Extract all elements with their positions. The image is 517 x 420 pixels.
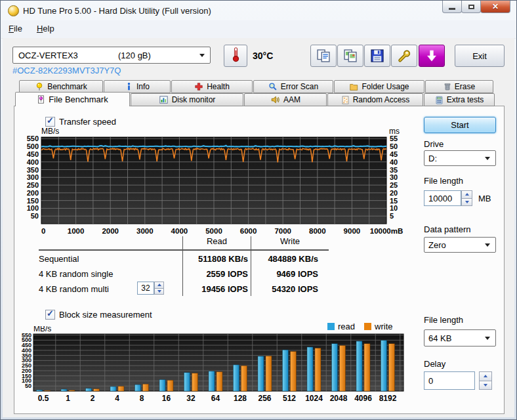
- block-size-checkbox[interactable]: [45, 310, 55, 320]
- svg-text:MB/s: MB/s: [41, 127, 59, 136]
- svg-text:350: 350: [27, 166, 39, 174]
- file-length-input[interactable]: 10000: [424, 190, 461, 206]
- data-pattern-label: Data pattern: [424, 224, 471, 234]
- svg-text:100: 100: [27, 204, 39, 212]
- svg-text:50: 50: [31, 212, 39, 220]
- svg-text:32: 32: [186, 394, 196, 403]
- read-value: 2559 IOPS: [182, 266, 251, 281]
- tab-erase[interactable]: Erase: [425, 80, 493, 93]
- svg-text:55: 55: [390, 135, 398, 142]
- tab-file-benchmark[interactable]: File Benchmark: [15, 92, 130, 106]
- svg-text:2000: 2000: [102, 227, 119, 235]
- thermometer-icon: [231, 47, 241, 65]
- svg-text:9000: 9000: [344, 227, 361, 235]
- block-file-length-select[interactable]: 64 KB: [424, 329, 496, 346]
- copy-image-button[interactable]: [337, 45, 363, 67]
- tab-row-1: BenchmarkInfoHealthError ScanFolder Usag…: [19, 80, 494, 93]
- file-length-unit: MB: [478, 194, 491, 203]
- tab-label: File Benchmark: [49, 94, 108, 104]
- threads-down-button[interactable]: [154, 289, 164, 295]
- chevron-down-icon: [199, 54, 205, 57]
- app-window: HD Tune Pro 5.00 - Hard Disk Utility (Fu…: [0, 0, 517, 420]
- menu-bar: FileHelp: [1, 20, 516, 39]
- menu-file[interactable]: File: [1, 20, 30, 33]
- options-button[interactable]: [391, 45, 417, 67]
- tab-info[interactable]: Info: [104, 80, 171, 93]
- svg-text:450: 450: [27, 150, 39, 158]
- tab-benchmark[interactable]: Benchmark: [19, 80, 103, 93]
- tab-label: AAM: [283, 95, 300, 104]
- arrow-down-icon: [157, 290, 161, 293]
- svg-text:2048: 2048: [330, 394, 348, 403]
- svg-text:2: 2: [91, 394, 95, 403]
- transfer-speed-checkbox[interactable]: [45, 117, 55, 127]
- download-button[interactable]: [419, 45, 445, 67]
- svg-text:5: 5: [390, 212, 394, 220]
- threads-up-button[interactable]: [154, 282, 164, 289]
- svg-text:8: 8: [140, 394, 144, 403]
- window-title: HD Tune Pro 5.00 - Hard Disk Utility (Fu…: [23, 6, 211, 16]
- file-length-spinner: 10000: [424, 190, 472, 206]
- svg-text:4096: 4096: [354, 394, 372, 403]
- tab-label: Benchmark: [47, 82, 87, 91]
- svg-text:8192: 8192: [379, 394, 397, 403]
- close-button[interactable]: ✕: [480, 1, 510, 13]
- transfer-speed-chart: 5505004504003503002502001501005055504540…: [12, 127, 414, 240]
- svg-text:550: 550: [27, 135, 39, 142]
- menu-help[interactable]: Help: [30, 20, 62, 33]
- tab-random-access[interactable]: Random Access: [327, 93, 423, 106]
- svg-text:1024: 1024: [305, 394, 323, 403]
- copy-text-icon: [316, 49, 331, 63]
- svg-text:250: 250: [27, 181, 39, 189]
- svg-text:256: 256: [258, 394, 271, 403]
- write-value: 484889 KB/s: [251, 251, 329, 266]
- arrow-up-icon: [465, 193, 469, 196]
- save-button[interactable]: [364, 45, 390, 67]
- close-icon: ✕: [492, 2, 499, 11]
- drive-select[interactable]: OCZ-VERTEX3 (120 gB): [12, 47, 211, 64]
- data-pattern-select[interactable]: Zero: [424, 237, 496, 253]
- target-drive-select[interactable]: D:: [424, 150, 496, 166]
- tab-aam[interactable]: AAM: [244, 93, 327, 106]
- delay-up-button[interactable]: [479, 371, 492, 381]
- drive-name: OCZ-VERTEX3: [18, 51, 78, 60]
- svg-text:30: 30: [390, 173, 398, 181]
- copy-image-icon: [343, 49, 358, 63]
- write-value: 54320 IOPS: [251, 281, 329, 296]
- start-button[interactable]: Start: [424, 117, 496, 133]
- maximize-icon: [468, 5, 474, 9]
- tab-health[interactable]: Health: [171, 80, 253, 93]
- delay-input[interactable]: 0: [424, 371, 475, 390]
- tab-extra-tests[interactable]: Extra tests: [424, 93, 495, 106]
- aam-icon: [270, 95, 280, 104]
- folder-usage-icon: [349, 83, 358, 91]
- delay-down-button[interactable]: [479, 381, 492, 390]
- delay-label: Delay: [424, 359, 445, 369]
- drive-serial: #OCZ-82K2293MVT3J7Y7Q: [12, 66, 121, 75]
- row-label: 4 KB random single: [39, 266, 182, 281]
- error-scan-icon: [268, 82, 278, 91]
- minimize-button[interactable]: [442, 1, 462, 13]
- svg-text:10000mB: 10000mB: [370, 227, 403, 235]
- file-length-up-button[interactable]: [461, 190, 472, 199]
- tab-disk-monitor[interactable]: Disk monitor: [131, 93, 243, 106]
- temperature-value: 30°C: [253, 51, 273, 61]
- app-icon: [8, 5, 19, 16]
- extra-tests-icon: [435, 95, 444, 105]
- svg-text:0: 0: [41, 227, 45, 235]
- copy-text-button[interactable]: [310, 45, 337, 67]
- svg-text:512: 512: [283, 394, 296, 403]
- delay-spinner: [479, 371, 492, 390]
- thread-count-input[interactable]: 32: [137, 282, 154, 295]
- svg-text:3000: 3000: [136, 227, 154, 235]
- block-file-length-label: File length: [424, 315, 463, 325]
- temperature-button[interactable]: [224, 45, 247, 67]
- minimize-icon: [449, 8, 455, 10]
- tab-folder-usage[interactable]: Folder Usage: [334, 80, 424, 93]
- exit-button[interactable]: Exit: [455, 45, 505, 67]
- read-value: 511808 KB/s: [182, 251, 251, 266]
- file-length-down-button[interactable]: [461, 199, 472, 207]
- maximize-button[interactable]: [461, 1, 481, 13]
- chevron-down-icon: [485, 243, 490, 247]
- tab-error-scan[interactable]: Error Scan: [253, 80, 333, 93]
